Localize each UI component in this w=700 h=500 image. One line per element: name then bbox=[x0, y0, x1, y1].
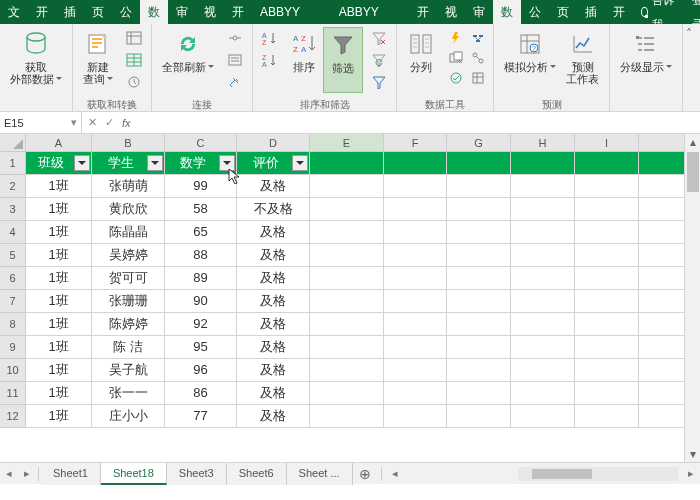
name-box[interactable]: E15▾ bbox=[0, 112, 82, 134]
cell[interactable] bbox=[511, 221, 575, 244]
cell[interactable]: 77 bbox=[165, 405, 237, 428]
cell[interactable]: 1班 bbox=[26, 382, 92, 405]
forecast-sheet-button[interactable]: 预测 工作表 bbox=[561, 27, 604, 93]
cell[interactable] bbox=[639, 313, 689, 336]
cell[interactable] bbox=[447, 313, 511, 336]
properties-icon[interactable] bbox=[224, 50, 246, 70]
cell[interactable]: 及格 bbox=[237, 290, 310, 313]
cell[interactable] bbox=[310, 382, 384, 405]
cell[interactable] bbox=[511, 152, 575, 175]
cell[interactable]: 及格 bbox=[237, 175, 310, 198]
cell[interactable] bbox=[575, 313, 639, 336]
row-head[interactable]: 9 bbox=[0, 336, 26, 359]
tab-file[interactable]: 文件 bbox=[0, 0, 28, 24]
text-to-columns-button[interactable]: 分列 bbox=[402, 27, 440, 93]
cell[interactable]: 86 bbox=[165, 382, 237, 405]
new-query-button[interactable]: 新建 查询 bbox=[78, 27, 118, 93]
cell[interactable]: 1班 bbox=[26, 405, 92, 428]
cell[interactable] bbox=[310, 313, 384, 336]
cell[interactable] bbox=[447, 198, 511, 221]
cell[interactable] bbox=[310, 336, 384, 359]
col-head[interactable] bbox=[639, 134, 689, 152]
cell[interactable]: 班级 bbox=[26, 152, 92, 175]
cell[interactable] bbox=[639, 382, 689, 405]
outline-button[interactable]: 分级显示 bbox=[615, 27, 677, 93]
cell[interactable] bbox=[575, 244, 639, 267]
tab-审阅[interactable]: 审阅 bbox=[465, 0, 493, 24]
cell[interactable]: 及格 bbox=[237, 405, 310, 428]
cell[interactable] bbox=[511, 175, 575, 198]
sheet-tab[interactable]: Sheet6 bbox=[227, 463, 287, 485]
cell[interactable] bbox=[511, 244, 575, 267]
cell[interactable] bbox=[384, 221, 447, 244]
cell[interactable] bbox=[447, 382, 511, 405]
flash-fill-icon[interactable] bbox=[445, 28, 467, 48]
sheet-tab[interactable]: Sheet18 bbox=[101, 463, 167, 485]
cell[interactable] bbox=[310, 198, 384, 221]
tab-scroll-left-icon[interactable]: ◂ bbox=[386, 467, 404, 480]
cell[interactable] bbox=[639, 152, 689, 175]
row-head[interactable]: 2 bbox=[0, 175, 26, 198]
cell[interactable]: 89 bbox=[165, 267, 237, 290]
sort-button[interactable]: AZZA 排序 bbox=[285, 27, 323, 93]
cell[interactable]: 1班 bbox=[26, 175, 92, 198]
cell[interactable]: 张萌萌 bbox=[92, 175, 165, 198]
advanced-filter-icon[interactable] bbox=[368, 72, 390, 92]
cell[interactable] bbox=[310, 290, 384, 313]
cell[interactable] bbox=[447, 405, 511, 428]
cell[interactable] bbox=[511, 336, 575, 359]
tab-视图[interactable]: 视图 bbox=[437, 0, 465, 24]
cell[interactable] bbox=[511, 405, 575, 428]
menu-tab[interactable]: 页面布局 bbox=[84, 0, 112, 24]
what-if-button[interactable]: ? 模拟分析 bbox=[499, 27, 561, 93]
menu-tab[interactable]: 公式 bbox=[112, 0, 140, 24]
tab-插入[interactable]: 插入 bbox=[577, 0, 605, 24]
tab-开始[interactable]: 开始 bbox=[605, 0, 633, 24]
cell[interactable]: 陈婷婷 bbox=[92, 313, 165, 336]
row-head[interactable]: 3 bbox=[0, 198, 26, 221]
row-head[interactable]: 8 bbox=[0, 313, 26, 336]
cell[interactable] bbox=[447, 359, 511, 382]
cell[interactable] bbox=[384, 175, 447, 198]
cell[interactable]: 及格 bbox=[237, 244, 310, 267]
remove-duplicates-icon[interactable] bbox=[445, 48, 467, 68]
cell[interactable] bbox=[384, 359, 447, 382]
scroll-thumb[interactable] bbox=[687, 152, 699, 192]
cell[interactable] bbox=[447, 290, 511, 313]
filter-button[interactable]: 筛选 bbox=[323, 27, 363, 93]
cell[interactable] bbox=[511, 267, 575, 290]
cell[interactable] bbox=[447, 152, 511, 175]
cell[interactable]: 96 bbox=[165, 359, 237, 382]
vertical-scrollbar[interactable]: ▴ ▾ bbox=[684, 134, 700, 462]
cell[interactable] bbox=[384, 244, 447, 267]
cell[interactable] bbox=[447, 175, 511, 198]
col-head[interactable]: F bbox=[384, 134, 447, 152]
cell[interactable] bbox=[575, 336, 639, 359]
cell[interactable]: 陈 洁 bbox=[92, 336, 165, 359]
cell[interactable] bbox=[639, 198, 689, 221]
cell[interactable] bbox=[575, 267, 639, 290]
cell[interactable] bbox=[575, 198, 639, 221]
cell[interactable] bbox=[511, 382, 575, 405]
cell[interactable] bbox=[310, 405, 384, 428]
cell[interactable]: 1班 bbox=[26, 198, 92, 221]
cell[interactable] bbox=[384, 152, 447, 175]
cell[interactable] bbox=[575, 175, 639, 198]
cell[interactable]: 及格 bbox=[237, 267, 310, 290]
cell[interactable] bbox=[310, 359, 384, 382]
cell[interactable]: 1班 bbox=[26, 244, 92, 267]
cell[interactable]: 99 bbox=[165, 175, 237, 198]
row-head[interactable]: 11 bbox=[0, 382, 26, 405]
col-head[interactable]: B bbox=[92, 134, 165, 152]
formula-input[interactable] bbox=[137, 112, 700, 134]
add-sheet-button[interactable]: ⊕ bbox=[353, 466, 377, 482]
consolidate-icon[interactable] bbox=[467, 28, 489, 48]
cell[interactable] bbox=[447, 336, 511, 359]
filter-dropdown-icon[interactable] bbox=[292, 155, 308, 171]
fx-icon[interactable]: fx bbox=[122, 117, 131, 129]
scroll-up-icon[interactable]: ▴ bbox=[685, 134, 700, 150]
sort-asc-icon[interactable]: AZ bbox=[259, 28, 281, 48]
cell[interactable] bbox=[310, 267, 384, 290]
clear-filter-icon[interactable] bbox=[368, 28, 390, 48]
cell[interactable] bbox=[384, 290, 447, 313]
